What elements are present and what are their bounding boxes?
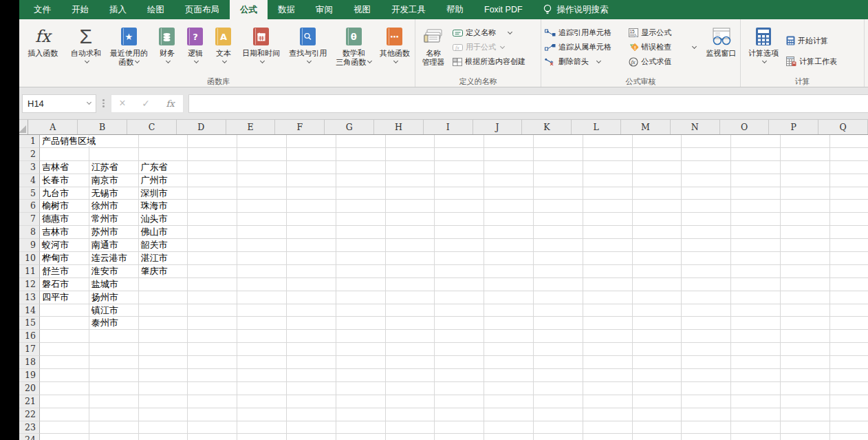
cell-A24[interactable]	[40, 434, 89, 440]
cell-I17[interactable]	[435, 343, 484, 356]
cell-F8[interactable]	[287, 226, 336, 239]
cell-O17[interactable]	[731, 343, 781, 356]
tab-开发工具[interactable]: 开发工具	[381, 0, 436, 19]
cell-Q9[interactable]	[830, 239, 868, 252]
cell-L5[interactable]	[583, 187, 633, 200]
financial-button[interactable]: 财务	[153, 21, 181, 76]
cell-K19[interactable]	[534, 369, 583, 382]
cell-L14[interactable]	[583, 304, 633, 317]
cell-L4[interactable]	[583, 174, 633, 187]
cell-Q8[interactable]	[830, 226, 868, 239]
cell-M9[interactable]	[633, 239, 682, 252]
cell-F21[interactable]	[287, 395, 336, 408]
cell-L7[interactable]	[583, 213, 633, 226]
column-header-F[interactable]: F	[275, 120, 325, 134]
cell-F7[interactable]	[287, 213, 336, 226]
cell-L9[interactable]	[583, 239, 633, 252]
cell-F11[interactable]	[287, 265, 336, 278]
cell-A8[interactable]: 吉林市	[40, 226, 89, 239]
cell-K2[interactable]	[534, 148, 583, 161]
cell-C19[interactable]	[139, 369, 188, 382]
cell-O12[interactable]	[731, 278, 781, 291]
cell-E5[interactable]	[237, 187, 287, 200]
cell-D14[interactable]	[188, 304, 237, 317]
cell-F19[interactable]	[287, 369, 336, 382]
cell-F22[interactable]	[287, 408, 336, 421]
cell-C10[interactable]: 湛江市	[139, 252, 188, 265]
cell-I9[interactable]	[435, 239, 484, 252]
row-header-3[interactable]: 3	[19, 161, 40, 174]
row-header-24[interactable]: 24	[19, 434, 40, 440]
cell-J14[interactable]	[484, 304, 534, 317]
cell-K4[interactable]	[534, 174, 583, 187]
column-header-P[interactable]: P	[769, 120, 818, 134]
cell-J13[interactable]	[484, 291, 534, 304]
cell-E9[interactable]	[237, 239, 287, 252]
cell-P19[interactable]	[781, 369, 830, 382]
cell-E17[interactable]	[237, 343, 287, 356]
tab-公式[interactable]: 公式	[230, 0, 268, 19]
cell-O5[interactable]	[731, 187, 781, 200]
cell-D19[interactable]	[188, 369, 237, 382]
cell-P20[interactable]	[781, 382, 830, 395]
cell-H23[interactable]	[386, 421, 435, 434]
cell-K14[interactable]	[534, 304, 583, 317]
row-header-14[interactable]: 14	[19, 304, 40, 317]
cell-P2[interactable]	[781, 148, 830, 161]
cell-Q7[interactable]	[830, 213, 868, 226]
tab-开始[interactable]: 开始	[61, 0, 99, 19]
cell-Q17[interactable]	[830, 343, 868, 356]
row-header-18[interactable]: 18	[19, 356, 40, 369]
cell-D23[interactable]	[188, 421, 237, 434]
cell-D12[interactable]	[188, 278, 237, 291]
cell-K7[interactable]	[534, 213, 583, 226]
cell-L23[interactable]	[583, 421, 633, 434]
row-header-19[interactable]: 19	[19, 369, 40, 382]
cell-N21[interactable]	[682, 395, 731, 408]
calculate-now-button[interactable]: 开始计算	[786, 34, 837, 48]
cell-M19[interactable]	[633, 369, 682, 382]
cell-C18[interactable]	[139, 356, 188, 369]
error-checking-button[interactable]: ! 错误检查	[629, 40, 699, 54]
column-header-J[interactable]: J	[473, 120, 523, 134]
cell-D4[interactable]	[188, 174, 237, 187]
cell-F1[interactable]	[287, 135, 336, 148]
cell-H18[interactable]	[386, 356, 435, 369]
name-manager-button[interactable]: 名称管理器	[417, 21, 450, 76]
cell-J19[interactable]	[484, 369, 534, 382]
cell-H4[interactable]	[386, 174, 435, 187]
cell-L8[interactable]	[583, 226, 633, 239]
cell-B18[interactable]	[89, 356, 139, 369]
cell-A17[interactable]	[40, 343, 89, 356]
cell-C16[interactable]	[139, 330, 188, 343]
cell-L21[interactable]	[583, 395, 633, 408]
column-header-A[interactable]: A	[28, 120, 78, 134]
cell-I5[interactable]	[435, 187, 484, 200]
cell-D10[interactable]	[188, 252, 237, 265]
cell-A14[interactable]	[40, 304, 89, 317]
cell-H21[interactable]	[386, 395, 435, 408]
cell-D13[interactable]	[188, 291, 237, 304]
cell-O19[interactable]	[731, 369, 781, 382]
cell-C13[interactable]	[139, 291, 188, 304]
cell-P11[interactable]	[781, 265, 830, 278]
cell-B10[interactable]: 连云港市	[89, 252, 139, 265]
cell-C20[interactable]	[139, 382, 188, 395]
cell-D6[interactable]	[188, 200, 237, 213]
cell-P15[interactable]	[781, 317, 830, 330]
cell-E24[interactable]	[237, 434, 287, 440]
insert-function-button[interactable]: fx 插入函数	[23, 21, 63, 76]
cell-A6[interactable]: 榆树市	[40, 200, 89, 213]
cell-P6[interactable]	[781, 200, 830, 213]
cell-N10[interactable]	[682, 252, 731, 265]
enter-icon[interactable]: ✓	[142, 98, 150, 109]
cell-N4[interactable]	[682, 174, 731, 187]
cell-J23[interactable]	[484, 421, 534, 434]
cell-L20[interactable]	[583, 382, 633, 395]
cell-B20[interactable]	[89, 382, 139, 395]
cell-N11[interactable]	[682, 265, 731, 278]
cell-I4[interactable]	[435, 174, 484, 187]
cell-J11[interactable]	[484, 265, 534, 278]
row-header-15[interactable]: 15	[19, 317, 40, 330]
cell-M2[interactable]	[633, 148, 682, 161]
